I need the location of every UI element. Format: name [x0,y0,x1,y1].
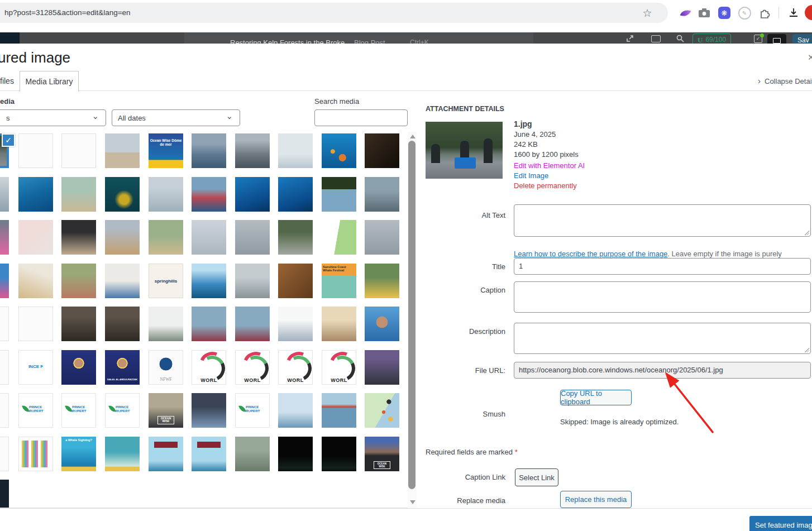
media-thumb[interactable] [0,220,9,255]
title-input[interactable]: 1 [514,258,811,275]
media-thumb[interactable]: OCEAN WISE [149,393,183,428]
media-thumb[interactable] [18,177,53,212]
select-link-button[interactable]: Select Link [515,468,558,486]
extensions-puzzle-icon[interactable] [757,6,772,20]
media-thumb[interactable] [61,264,96,298]
media-thumb[interactable] [365,264,399,298]
bookmark-star-icon[interactable]: ☆ [640,6,655,20]
media-thumb[interactable] [322,133,356,168]
media-thumb[interactable] [278,307,313,341]
feather-extension-icon[interactable] [678,6,692,20]
checklist-icon[interactable]: ✓ [754,35,762,43]
media-thumb[interactable] [322,177,356,212]
media-thumb[interactable] [105,177,140,212]
description-textarea[interactable] [514,323,811,354]
scrollbar-thumb[interactable] [408,141,415,489]
resize-handle-icon[interactable] [805,231,809,235]
media-thumb[interactable] [192,307,226,341]
media-thumb[interactable]: springhills [149,264,183,298]
camera-extension-icon[interactable] [697,6,711,20]
media-thumb[interactable]: a Whale Sighting? [61,437,96,471]
media-thumb[interactable] [105,437,140,471]
media-thumb[interactable] [61,307,96,341]
media-thumb[interactable] [365,177,399,212]
wp-logo-block[interactable] [0,32,20,44]
media-thumb[interactable] [61,350,96,385]
replace-this-media-button[interactable]: Replace this media [560,491,632,508]
media-thumb[interactable] [18,264,53,298]
responsive-preview-icon[interactable] [651,35,661,42]
media-thumb[interactable] [0,350,9,385]
profile-avatar[interactable] [805,5,812,20]
media-thumb[interactable]: WORL [192,350,226,385]
media-thumb[interactable] [105,133,140,168]
media-thumb[interactable] [235,220,270,255]
media-thumb[interactable] [61,133,96,168]
delete-permanently-link[interactable]: Delete permanently [514,181,577,190]
media-thumb[interactable] [0,264,9,298]
media-thumb[interactable] [278,177,313,212]
media-thumb[interactable] [105,264,140,298]
preview-button[interactable] [767,34,786,44]
media-thumb[interactable] [278,133,313,168]
close-icon[interactable]: ✕ [808,52,812,63]
media-thumb[interactable] [235,437,270,471]
media-thumb[interactable] [192,264,226,298]
media-thumb[interactable]: WORL [278,350,313,385]
media-thumb[interactable] [105,220,140,255]
set-featured-image-button[interactable]: Set featured image [749,516,812,531]
tab-upload-files[interactable]: files [0,71,14,91]
media-thumb[interactable] [235,307,270,341]
media-thumb[interactable] [365,350,399,385]
media-thumb[interactable]: Sunshine Coast Whale Festival [322,264,356,298]
media-thumb[interactable] [278,437,313,471]
save-button[interactable]: Sav [792,34,812,44]
media-thumb[interactable]: PRINCE RUPERT [18,393,53,428]
media-thumb[interactable] [0,307,9,341]
app-extension-icon[interactable]: ❋ [717,6,732,20]
collapse-details-link[interactable]: ›Collapse Detai [758,76,812,85]
media-thumb[interactable] [235,133,270,168]
media-thumb[interactable]: PRINCE RUPERT [105,393,140,428]
browser-url-text[interactable]: hp?post=31285&action=edit&lang=en [4,8,131,17]
media-thumb[interactable] [365,220,399,255]
media-thumb[interactable] [322,220,356,255]
media-thumb[interactable] [235,264,270,298]
alt-text-textarea[interactable] [514,204,811,237]
media-thumb[interactable] [18,133,53,168]
media-thumb[interactable] [61,220,96,255]
media-thumb[interactable] [365,307,399,341]
download-icon[interactable] [786,6,801,20]
media-thumb[interactable]: NFWF [149,350,183,385]
browser-address-bar[interactable]: hp?post=31285&action=edit&lang=en ☆ [0,3,668,23]
media-thumb[interactable] [278,264,313,298]
media-thumb[interactable] [192,177,226,212]
search-input[interactable] [314,109,408,126]
search-tool-icon[interactable] [676,34,685,44]
media-thumb[interactable]: ve [0,437,9,471]
scroll-up-icon[interactable] [410,135,415,138]
media-thumb[interactable] [192,220,226,255]
media-thumb[interactable] [235,177,270,212]
media-thumb[interactable] [365,393,399,428]
media-thumb[interactable] [18,307,53,341]
media-thumb[interactable] [18,437,53,471]
media-thumb[interactable] [18,220,53,255]
seo-score-badge[interactable]: U 69/100 [692,34,731,44]
media-thumb[interactable] [149,307,183,341]
media-thumb[interactable] [365,133,399,168]
media-thumb[interactable] [192,133,226,168]
media-thumb[interactable] [322,437,356,471]
media-thumb[interactable] [149,177,183,212]
media-thumb[interactable] [0,480,9,508]
media-thumb[interactable]: PRINCE RUPERT [235,393,270,428]
media-thumb[interactable] [105,307,140,341]
media-thumb[interactable] [0,177,9,212]
media-thumb[interactable] [61,177,96,212]
media-thumb[interactable] [149,437,183,471]
media-thumb[interactable] [192,437,226,471]
media-thumb[interactable]: INCE F [18,350,53,385]
alt-help-link[interactable]: Learn how to describe the purpose of the… [514,250,667,258]
media-thumb[interactable] [192,393,226,428]
media-thumb[interactable] [322,393,356,428]
